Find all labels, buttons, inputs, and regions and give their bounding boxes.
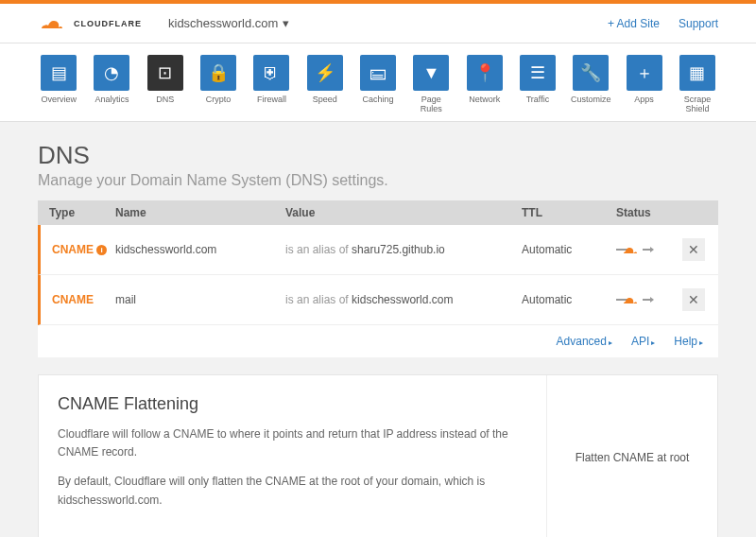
nav-label: Crypto xyxy=(206,95,232,104)
flattening-title: CNAME Flattening xyxy=(58,394,527,414)
nav-icon: 📍 xyxy=(467,55,503,91)
nav-icon: 🔒 xyxy=(200,55,236,91)
nav-icon: ⊡ xyxy=(147,55,183,91)
table-header: Type Name Value TTL Status xyxy=(38,200,718,225)
nav-label: Caching xyxy=(363,95,394,104)
proxy-status-toggle[interactable] xyxy=(616,292,682,307)
info-icon[interactable]: i xyxy=(96,245,107,255)
help-link[interactable]: Help▸ xyxy=(674,335,703,348)
col-status: Status xyxy=(616,206,692,219)
table-row[interactable]: CNAMEmailis an alias of kidschessworld.c… xyxy=(38,275,718,325)
nav-speed[interactable]: ⚡Speed xyxy=(304,55,346,113)
record-ttl: Automatic xyxy=(522,243,616,256)
flattening-p2: By default, Cloudflare will only flatten… xyxy=(58,473,527,509)
nav-icon: ▤ xyxy=(41,55,77,91)
nav-label: Scrape Shield xyxy=(677,95,718,113)
nav-icon: ⚡ xyxy=(307,55,343,91)
logo[interactable]: CLOUDFLARE xyxy=(38,14,142,33)
nav-caching[interactable]: 🖴Caching xyxy=(357,55,399,113)
nav-crypto[interactable]: 🔒Crypto xyxy=(198,55,239,113)
table-row[interactable]: CNAME ikidschessworld.comis an alias of … xyxy=(38,225,718,275)
nav-icon: ◔ xyxy=(94,55,129,91)
record-name: mail xyxy=(115,293,285,306)
nav-customize[interactable]: 🔧Customize xyxy=(570,55,611,113)
proxy-status-toggle[interactable] xyxy=(616,242,682,257)
col-type: Type xyxy=(49,206,115,219)
support-link[interactable]: Support xyxy=(679,17,718,30)
brand-text: CLOUDFLARE xyxy=(74,19,142,28)
record-value: is an alias of kidschessworld.com xyxy=(285,293,522,306)
page-title: DNS xyxy=(38,141,718,170)
nav-page-rules[interactable]: ▼Page Rules xyxy=(410,55,452,113)
nav-label: Apps xyxy=(634,95,654,104)
delete-button[interactable]: ✕ xyxy=(682,238,705,261)
nav-label: Overview xyxy=(41,95,77,104)
cloudflare-logo-icon xyxy=(38,14,68,33)
record-type: CNAME i xyxy=(52,243,115,256)
col-ttl: TTL xyxy=(522,206,616,219)
advanced-link[interactable]: Advanced▸ xyxy=(557,335,612,348)
nav-network[interactable]: 📍Network xyxy=(464,55,506,113)
table-footer: Advanced▸ API▸ Help▸ xyxy=(38,325,718,357)
nav-icon: ⛨ xyxy=(253,55,289,91)
nav-label: Speed xyxy=(313,95,337,104)
record-value: is an alias of sharu725.github.io xyxy=(285,243,522,256)
nav-label: Page Rules xyxy=(410,95,452,113)
nav-scrape-shield[interactable]: ▦Scrape Shield xyxy=(677,55,718,113)
chevron-down-icon: ▾ xyxy=(283,16,289,30)
nav-analytics[interactable]: ◔Analytics xyxy=(91,55,132,113)
nav-label: Traffic xyxy=(526,95,550,104)
nav-icon: ▦ xyxy=(679,55,715,91)
domain-selector[interactable]: kidschessworld.com ▾ xyxy=(168,16,289,30)
nav-label: Network xyxy=(469,95,500,104)
nav-label: Firewall xyxy=(257,95,286,104)
record-ttl: Automatic xyxy=(522,293,616,306)
nav-apps[interactable]: ＋Apps xyxy=(623,55,664,113)
flattening-p1: Cloudflare will follow a CNAME to where … xyxy=(58,425,527,461)
nav-icon: 🖴 xyxy=(360,55,396,91)
nav-overview[interactable]: ▤Overview xyxy=(38,55,79,113)
nav-label: Analytics xyxy=(94,95,129,104)
delete-button[interactable]: ✕ xyxy=(682,288,705,311)
header: CLOUDFLARE kidschessworld.com ▾ + Add Si… xyxy=(0,4,756,43)
flattening-mode[interactable]: Flatten CNAME at root xyxy=(547,375,717,537)
col-name: Name xyxy=(115,206,285,219)
cname-flattening-panel: CNAME Flattening Cloudflare will follow … xyxy=(38,374,718,537)
nav-dns[interactable]: ⊡DNS xyxy=(145,55,186,113)
nav-icon: ▼ xyxy=(413,55,449,91)
add-site-link[interactable]: + Add Site xyxy=(608,17,660,30)
nav-traffic[interactable]: ☰Traffic xyxy=(517,55,558,113)
page-subtitle: Manage your Domain Name System (DNS) set… xyxy=(38,172,718,189)
domain-name: kidschessworld.com xyxy=(168,16,278,30)
nav-firewall[interactable]: ⛨Firewall xyxy=(250,55,292,113)
nav-icon: 🔧 xyxy=(573,55,609,91)
record-type: CNAME xyxy=(52,293,115,306)
nav-icon: ＋ xyxy=(627,55,662,91)
record-name: kidschessworld.com xyxy=(115,243,285,256)
nav-bar: ▤Overview◔Analytics⊡DNS🔒Crypto⛨Firewall⚡… xyxy=(0,43,756,122)
nav-label: DNS xyxy=(156,95,174,104)
col-value: Value xyxy=(285,206,522,219)
nav-icon: ☰ xyxy=(520,55,556,91)
api-link[interactable]: API▸ xyxy=(631,335,655,348)
nav-label: Customize xyxy=(571,95,611,104)
